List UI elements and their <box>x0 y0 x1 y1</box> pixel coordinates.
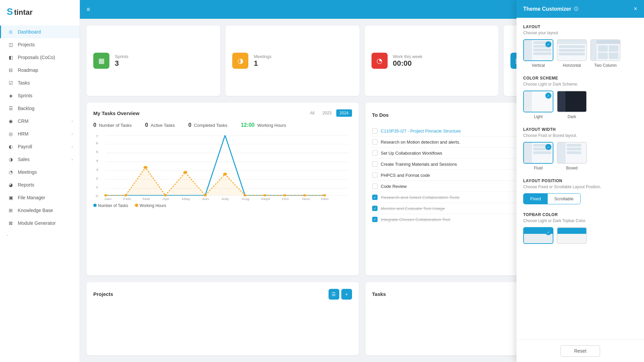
layout-option-two-column[interactable]: Two Column <box>590 39 621 68</box>
customizer-close-button[interactable]: × <box>634 5 637 12</box>
position-scrollable-btn[interactable]: Scrollable <box>548 194 580 204</box>
projects-section-header: Projects ☰ + <box>93 289 352 300</box>
projects-add-btn[interactable]: + <box>341 289 352 300</box>
sidebar-item-proposals[interactable]: ◧ Proposals (CoCo) <box>0 51 80 64</box>
svg-text:Jun: Jun <box>202 197 209 201</box>
working-hours: 12:00 Working Hours <box>241 122 286 128</box>
meetings-stat-icon: ◑ <box>232 53 248 69</box>
tasks-overview-title: My Tasks Overview <box>93 110 139 116</box>
roadmap-icon: ⊟ <box>8 67 14 73</box>
tasks-count-label: Number of Tasks <box>99 123 132 128</box>
sidebar-item-tasks[interactable]: ☑ Tasks <box>0 76 80 89</box>
todo-checkbox-8[interactable]: ✓ <box>372 217 378 222</box>
layout-width-subtitle: Choose Fluid or Boxed layout. <box>523 133 637 138</box>
hamburger-icon[interactable]: ≡ <box>87 6 90 13</box>
sidebar-item-hrm[interactable]: ◎ HRM › <box>0 127 80 140</box>
tasks-overview-section: My Tasks Overview All 2023 2024 0 Number… <box>87 103 359 275</box>
svg-point-24 <box>164 194 167 196</box>
sidebar-item-crm[interactable]: ◉ CRM › <box>0 115 80 127</box>
layout-option-horizontal[interactable]: Horizontal <box>557 39 587 68</box>
sidebar-item-roadmap[interactable]: ⊟ Roadmap <box>0 64 80 76</box>
sidebar-item-module-generator[interactable]: ⊠ Module Generator <box>0 217 80 229</box>
payroll-icon: ◐ <box>8 144 14 150</box>
sidebar-item-sprints[interactable]: ◈ Sprints <box>0 89 80 102</box>
work-value: 00:00 <box>393 59 423 68</box>
width-option-boxed[interactable]: Boxed <box>557 142 587 170</box>
topbar-color-section: TOPBAR COLOR Choose Light or Dark Topbar… <box>523 212 637 244</box>
layout-option-vertical[interactable]: ✓ Vertical <box>523 39 553 68</box>
layout-label-vertical: Vertical <box>532 63 545 68</box>
projects-list-btn[interactable]: ☰ <box>329 289 339 300</box>
work-stat-icon: ◔ <box>371 53 388 69</box>
width-label-boxed: Boxed <box>566 166 578 170</box>
work-label: Work this week <box>393 54 423 59</box>
reset-button[interactable]: Reset <box>560 345 600 357</box>
sidebar-item-file-manager[interactable]: ▣ File Manager <box>0 191 80 204</box>
layout-subtitle: Choose your layout <box>523 31 637 35</box>
scheme-option-light[interactable]: ✓ Light <box>523 91 553 119</box>
sidebar-item-label: Knowledge Base <box>18 208 53 213</box>
svg-text:Sept: Sept <box>261 197 270 201</box>
sidebar-item-label: Sprints <box>18 93 33 98</box>
todo-checkbox-0[interactable] <box>372 128 378 134</box>
sidebar-item-reports[interactable]: ◕ Reports <box>0 178 80 191</box>
tab-2024[interactable]: 2024 <box>336 109 352 117</box>
topbar-color-options: ✓ <box>523 227 637 244</box>
position-toggle-group: Fixed Scrollable <box>523 193 581 204</box>
svg-text:S: S <box>7 6 13 17</box>
sidebar-item-dashboard[interactable]: ⊙ Dashboard <box>0 25 80 38</box>
knowledge-base-icon: ⊞ <box>8 207 14 213</box>
todo-checkbox-3[interactable] <box>372 161 378 167</box>
topbar-color-subtitle: Choose Light or Dark Topbar Color. <box>523 218 637 223</box>
meetings-label: Meetings <box>254 54 271 59</box>
scheme-options: ✓ Light Dark <box>523 91 637 119</box>
sidebar-item-label: CRM <box>18 118 29 124</box>
customizer-body: LAYOUT Choose your layout <box>516 18 644 340</box>
layout-label-horizontal: Horizontal <box>563 63 581 68</box>
completed-tasks-count: 0 Completed Tasks <box>188 122 227 128</box>
projects-actions: ☰ + <box>329 289 352 300</box>
sidebar-item-knowledge-base[interactable]: ⊞ Knowledge Base <box>0 204 80 217</box>
width-preview-boxed <box>557 142 587 164</box>
sidebar-item-label: Tasks <box>18 80 30 86</box>
todo-checkbox-6[interactable]: ✓ <box>372 195 378 200</box>
color-scheme-subtitle: Choose Light or Dark Scheme. <box>523 82 637 87</box>
position-fixed-btn[interactable]: Fixed <box>524 194 548 204</box>
todo-checkbox-5[interactable] <box>372 184 378 189</box>
sidebar-item-backlog[interactable]: ☰ Backlog <box>0 102 80 115</box>
sidebar-dash: - <box>0 229 80 241</box>
todo-checkbox-4[interactable] <box>372 172 378 178</box>
topbar-color-light[interactable]: ✓ <box>523 227 553 244</box>
sidebar-item-label: Meetings <box>18 169 37 175</box>
todo-checkbox-2[interactable] <box>372 150 378 156</box>
svg-text:Mar: Mar <box>143 197 150 201</box>
width-option-fluid[interactable]: ✓ Fluid <box>523 142 553 170</box>
svg-text:July: July <box>221 197 229 201</box>
scheme-preview-light: ✓ <box>523 91 553 112</box>
tab-all[interactable]: All <box>307 109 318 117</box>
todo-checkbox-1[interactable] <box>372 139 378 145</box>
width-options: ✓ Fluid Boxed <box>523 142 637 170</box>
sidebar-item-label: Backlog <box>18 106 35 111</box>
topbar-color-title: TOPBAR COLOR <box>523 212 637 217</box>
sidebar-item-meetings[interactable]: ◔ Meetings <box>0 166 80 178</box>
tab-2023[interactable]: 2023 <box>319 109 335 117</box>
tasks-count-num: 0 <box>93 122 96 128</box>
active-tasks-count: 0 Active Tasks <box>145 122 175 128</box>
layout-width-section: LAYOUT WIDTH Choose Fluid or Boxed layou… <box>523 127 637 170</box>
sidebar-item-payroll[interactable]: ◐ Payroll › <box>0 140 80 153</box>
sidebar-item-label: Payroll <box>18 144 32 149</box>
chevron-right-icon: › <box>71 132 73 136</box>
sidebar-item-projects[interactable]: ◫ Projects <box>0 38 80 51</box>
sidebar-item-sales[interactable]: ◑ Sales › <box>0 153 80 166</box>
svg-text:4: 4 <box>96 159 98 162</box>
layout-preview-horizontal <box>557 39 587 61</box>
scheme-option-dark[interactable]: Dark <box>557 91 587 119</box>
svg-point-20 <box>183 171 187 174</box>
todo-checkbox-7[interactable]: ✓ <box>372 206 378 211</box>
layout-position-title: LAYOUT POSITION <box>523 178 637 183</box>
sprints-stat-icon: ▦ <box>93 53 109 69</box>
topbar-color-dark[interactable] <box>557 227 587 244</box>
svg-text:6: 6 <box>96 142 98 145</box>
todos-title: To Dos <box>372 112 389 118</box>
